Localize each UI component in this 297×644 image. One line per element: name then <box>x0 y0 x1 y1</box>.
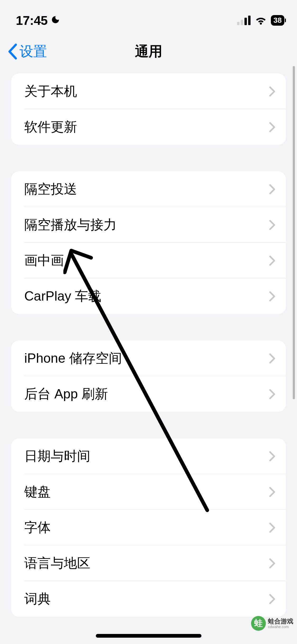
row-airdrop[interactable]: 隔空投送 <box>11 171 286 207</box>
svg-rect-1 <box>241 20 243 25</box>
row-label: 软件更新 <box>24 118 77 136</box>
chevron-right-icon <box>269 291 275 302</box>
svg-point-4 <box>260 22 262 25</box>
battery-level: 38 <box>274 16 282 25</box>
row-label: 关于本机 <box>24 82 77 100</box>
row-pip[interactable]: 画中画 <box>11 243 286 278</box>
row-label: CarPlay 车载 <box>24 287 101 305</box>
svg-rect-3 <box>248 16 251 25</box>
status-left: 17:45 <box>16 13 61 28</box>
svg-rect-0 <box>237 22 239 25</box>
chevron-right-icon <box>269 487 275 497</box>
watermark-sub: cdwahe.com <box>268 625 293 629</box>
content: 关于本机 软件更新 隔空投送 隔空播放与接力 画中画 CarPlay 车载 iP… <box>0 69 297 617</box>
back-button[interactable]: 设置 <box>8 42 47 61</box>
scrollbar[interactable] <box>293 66 295 399</box>
row-dictionary[interactable]: 词典 <box>11 581 286 617</box>
watermark-text: 蛙合游戏 cdwahe.com <box>268 618 293 629</box>
row-background-refresh[interactable]: 后台 App 刷新 <box>11 376 286 412</box>
settings-group: iPhone 储存空间 后台 App 刷新 <box>11 341 286 412</box>
chevron-left-icon <box>8 44 17 59</box>
row-label: 后台 App 刷新 <box>24 385 108 403</box>
row-carplay[interactable]: CarPlay 车载 <box>11 278 286 314</box>
row-software-update[interactable]: 软件更新 <box>11 109 286 145</box>
battery-indicator: 38 <box>271 15 284 26</box>
status-bar: 17:45 38 <box>0 0 297 34</box>
row-label: 隔空投送 <box>24 180 77 198</box>
row-keyboard[interactable]: 键盘 <box>11 474 286 510</box>
cellular-signal-icon <box>237 16 251 25</box>
row-label: 日期与时间 <box>24 447 90 465</box>
chevron-right-icon <box>269 122 275 132</box>
chevron-right-icon <box>269 255 275 266</box>
settings-group: 隔空投送 隔空播放与接力 画中画 CarPlay 车载 <box>11 171 286 314</box>
row-date-time[interactable]: 日期与时间 <box>11 438 286 474</box>
chevron-right-icon <box>269 594 275 604</box>
chevron-right-icon <box>269 184 275 195</box>
row-label: 字体 <box>24 519 51 536</box>
chevron-right-icon <box>269 86 275 97</box>
settings-group: 关于本机 软件更新 <box>11 73 286 145</box>
dnd-moon-icon <box>50 15 61 26</box>
row-fonts[interactable]: 字体 <box>11 510 286 545</box>
watermark-main: 蛙合游戏 <box>268 618 293 624</box>
status-time: 17:45 <box>16 13 48 28</box>
nav-header: 设置 通用 <box>0 34 297 69</box>
chevron-right-icon <box>269 353 275 364</box>
row-label: iPhone 储存空间 <box>24 349 122 367</box>
status-right: 38 <box>237 15 284 26</box>
page-title: 通用 <box>135 42 162 61</box>
chevron-right-icon <box>269 220 275 230</box>
row-label: 键盘 <box>24 483 51 501</box>
row-language-region[interactable]: 语言与地区 <box>11 545 286 581</box>
wifi-icon <box>254 16 267 25</box>
row-label: 语言与地区 <box>24 554 90 572</box>
svg-rect-2 <box>244 18 247 25</box>
chevron-right-icon <box>269 451 275 462</box>
row-storage[interactable]: iPhone 储存空间 <box>11 341 286 376</box>
chevron-right-icon <box>269 558 275 569</box>
row-label: 画中画 <box>24 252 64 269</box>
chevron-right-icon <box>269 389 275 399</box>
back-label: 设置 <box>20 42 47 61</box>
watermark: 蛙 蛙合游戏 cdwahe.com <box>251 616 293 631</box>
row-airplay-handoff[interactable]: 隔空播放与接力 <box>11 207 286 243</box>
row-label: 隔空播放与接力 <box>24 216 117 234</box>
settings-group: 日期与时间 键盘 字体 语言与地区 词典 <box>11 438 286 617</box>
row-about[interactable]: 关于本机 <box>11 73 286 109</box>
watermark-badge-icon: 蛙 <box>251 616 266 631</box>
chevron-right-icon <box>269 522 275 533</box>
home-indicator[interactable] <box>96 634 201 638</box>
row-label: 词典 <box>24 590 51 608</box>
